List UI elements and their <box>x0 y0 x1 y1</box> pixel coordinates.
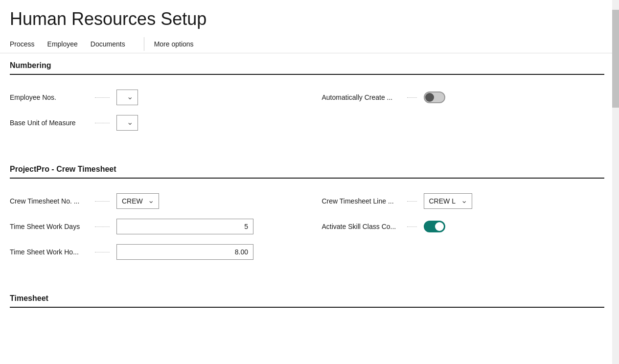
crew-timesheet-line-label: Crew Timesheet Line ... <box>322 197 400 205</box>
crew-timesheet-no-select[interactable]: CREW <box>116 193 159 209</box>
numbering-section-header: Numbering <box>10 53 604 75</box>
nav-item-process[interactable]: Process <box>10 35 44 53</box>
auto-create-row: Automatically Create ... <box>322 85 605 110</box>
projectpro-section-header: ProjectPro - Crew Timesheet <box>10 157 604 179</box>
projectpro-fields-grid: Crew Timesheet No. ... CREW Crew Timeshe… <box>10 186 604 267</box>
projectpro-right-empty <box>322 239 605 265</box>
time-sheet-days-row: Time Sheet Work Days <box>10 214 293 239</box>
crew-timesheet-no-dotted <box>95 201 110 202</box>
nav-item-more-options[interactable]: More options <box>150 35 203 53</box>
nav-item-employee[interactable]: Employee <box>47 35 87 53</box>
time-sheet-days-label: Time Sheet Work Days <box>10 223 88 230</box>
base-unit-select[interactable] <box>116 115 138 131</box>
spacer-3 <box>10 267 604 276</box>
activate-skill-dotted <box>407 227 417 227</box>
employee-nos-label: Employee Nos. <box>10 93 88 101</box>
page-wrapper: Human Resources Setup Process Employee D… <box>0 0 619 364</box>
time-sheet-hours-row: Time Sheet Work Ho... <box>10 239 293 265</box>
crew-timesheet-no-select-wrapper[interactable]: CREW <box>116 193 159 209</box>
nav-item-documents[interactable]: Documents <box>91 35 134 53</box>
auto-create-knob <box>425 93 434 102</box>
nav-divider <box>144 37 144 51</box>
page-title: Human Resources Setup <box>0 0 619 35</box>
nav-bar: Process Employee Documents More options <box>0 35 619 53</box>
time-sheet-hours-label: Time Sheet Work Ho... <box>10 248 88 256</box>
spacer-4 <box>10 276 604 286</box>
crew-timesheet-no-row: Crew Timesheet No. ... CREW <box>10 188 293 214</box>
auto-create-label: Automatically Create ... <box>322 93 400 101</box>
employee-nos-row: Employee Nos. <box>10 85 293 110</box>
crew-timesheet-line-select[interactable]: CREW L <box>424 193 472 209</box>
numbering-fields-grid: Employee Nos. Automatically Create ... B <box>10 83 604 137</box>
time-sheet-days-input[interactable] <box>116 219 253 234</box>
activate-skill-label: Activate Skill Class Co... <box>322 223 400 230</box>
crew-timesheet-line-row: Crew Timesheet Line ... CREW L <box>322 188 605 214</box>
auto-create-toggle[interactable] <box>424 91 445 103</box>
activate-skill-knob <box>435 222 444 231</box>
crew-timesheet-line-select-wrapper[interactable]: CREW L <box>424 193 472 209</box>
employee-nos-select[interactable] <box>116 90 138 105</box>
time-sheet-hours-dotted <box>95 252 110 252</box>
base-unit-select-wrapper[interactable] <box>116 115 138 131</box>
activate-skill-row: Activate Skill Class Co... <box>322 214 605 239</box>
employee-nos-select-wrapper[interactable] <box>116 90 138 105</box>
spacer-1 <box>10 137 604 147</box>
time-sheet-days-dotted <box>95 227 110 227</box>
content-area: Numbering Employee Nos. Automatically Cr… <box>0 53 619 354</box>
crew-timesheet-no-label: Crew Timesheet No. ... <box>10 197 88 205</box>
spacer-2 <box>10 147 604 157</box>
base-unit-label: Base Unit of Measure <box>10 119 88 127</box>
auto-create-dotted <box>407 97 417 98</box>
time-sheet-hours-input[interactable] <box>116 244 253 260</box>
activate-skill-toggle[interactable] <box>424 221 445 232</box>
employee-nos-dotted <box>95 97 110 98</box>
base-unit-row: Base Unit of Measure <box>10 110 293 136</box>
timesheet-section-header: Timesheet <box>10 286 604 308</box>
crew-timesheet-line-dotted <box>407 201 417 202</box>
base-unit-dotted <box>95 123 110 123</box>
numbering-right-empty <box>322 110 605 136</box>
